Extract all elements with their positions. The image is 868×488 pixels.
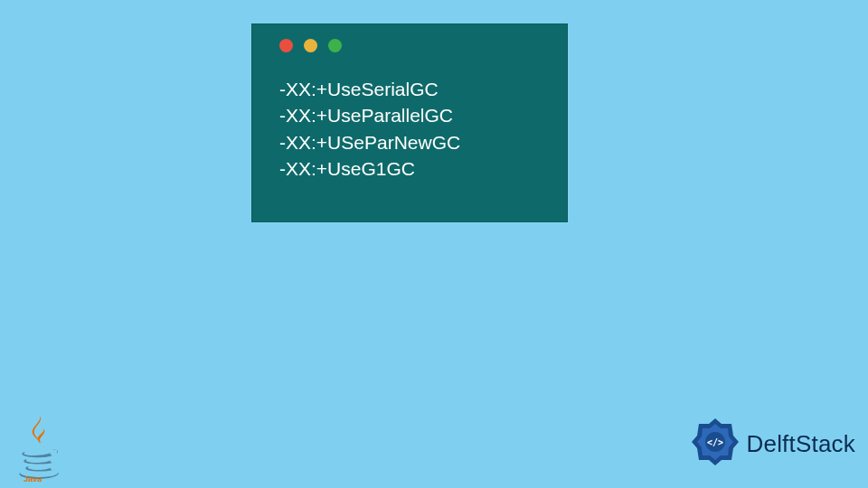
code-block: -XX:+UseSerialGC -XX:+UseParallelGC -XX:… [252, 60, 567, 183]
code-line: -XX:+UseParallelGC [279, 102, 567, 128]
code-line: -XX:+UseSerialGC [279, 76, 567, 102]
window-controls [252, 24, 567, 60]
close-icon [279, 39, 293, 52]
maximize-icon [328, 39, 342, 52]
delftstack-brand: </> DelftStack [689, 416, 856, 472]
code-line: -XX:+USeParNewGC [279, 129, 567, 155]
code-card: -XX:+UseSerialGC -XX:+UseParallelGC -XX:… [251, 23, 568, 222]
svg-text:</>: </> [706, 437, 722, 447]
delftstack-label: DelftStack [747, 430, 856, 458]
delftstack-logo-icon: </> [689, 416, 741, 472]
java-logo-icon: Java [13, 412, 65, 483]
java-label: Java [24, 474, 42, 483]
code-line: -XX:+UseG1GC [279, 155, 567, 182]
minimize-icon [304, 39, 317, 52]
